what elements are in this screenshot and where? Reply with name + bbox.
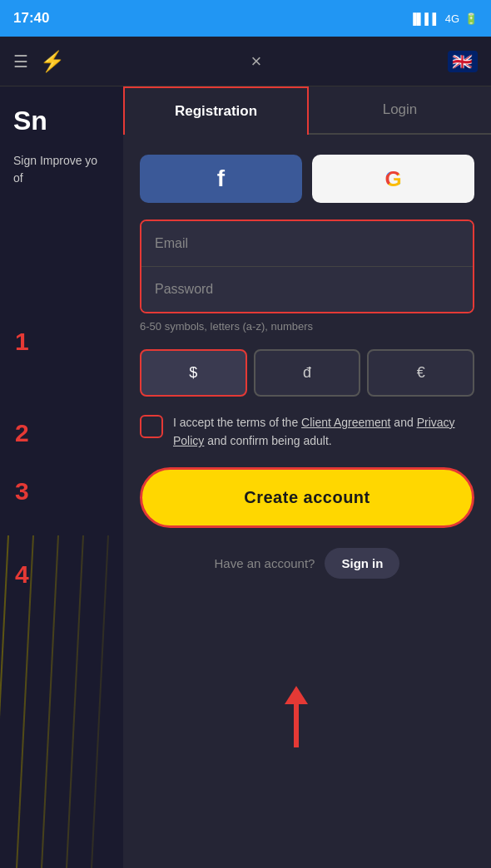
currency-vnd-button[interactable]: đ: [254, 349, 361, 397]
sign-in-button[interactable]: Sign in: [325, 548, 399, 579]
arrow-annotation: [285, 686, 308, 747]
social-buttons: f G: [140, 155, 474, 203]
left-sidebar: Sn Sign Improve yo of 1 2 3 4: [0, 86, 123, 868]
hamburger-icon[interactable]: ☰: [13, 52, 28, 72]
svg-line-1: [17, 535, 33, 868]
signin-row: Have an account? Sign in: [140, 548, 474, 595]
form-panel: Registration Login f G 6-50 sym: [123, 86, 491, 868]
main-area: Sn Sign Improve yo of 1 2 3 4: [0, 86, 491, 868]
tab-login[interactable]: Login: [309, 86, 491, 133]
tab-registration[interactable]: Registration: [123, 86, 309, 135]
network-type: 4G: [445, 12, 459, 25]
decorative-lines: [0, 535, 123, 868]
password-hint: 6-50 symbols, letters (a-z), numbers: [140, 317, 474, 336]
flag-uk[interactable]: 🇬🇧: [448, 51, 478, 72]
step-2: 2: [7, 419, 21, 447]
status-icons: ▐▌▌▌ 4G 🔋: [409, 12, 478, 25]
step-1: 1: [7, 328, 21, 356]
battery-icon: 🔋: [464, 12, 478, 25]
facebook-login-button[interactable]: f: [140, 155, 302, 203]
currency-eur-button[interactable]: €: [367, 349, 474, 397]
arrow-head: [285, 686, 308, 704]
terms-row: I accept the terms of the Client Agreeme…: [140, 413, 474, 451]
credentials-input-group: [140, 219, 474, 313]
form-body: f G 6-50 symbols, letters (a-z), numbers…: [123, 135, 491, 868]
step-3: 3: [7, 477, 21, 506]
sidebar-subtitle: Sign Improve yo of: [13, 152, 110, 187]
arrow-shaft: [294, 704, 299, 747]
client-agreement-link[interactable]: Client Agreement: [301, 416, 390, 429]
svg-line-0: [0, 535, 8, 868]
app-header: ☰ ⚡ × 🇬🇧: [0, 37, 491, 86]
lightning-icon: ⚡: [40, 50, 65, 73]
currency-usd-button[interactable]: $: [140, 349, 247, 397]
close-icon[interactable]: ×: [251, 51, 262, 72]
svg-line-3: [67, 535, 83, 868]
status-time: 17:40: [13, 10, 49, 27]
status-bar: 17:40 ▐▌▌▌ 4G 🔋: [0, 0, 491, 37]
google-g-logo: G: [384, 166, 401, 192]
svg-line-4: [92, 535, 108, 868]
uk-flag-display: 🇬🇧: [448, 51, 478, 72]
header-left: ☰ ⚡: [13, 50, 65, 73]
terms-text: I accept the terms of the Client Agreeme…: [173, 413, 474, 451]
google-login-button[interactable]: G: [312, 155, 474, 203]
sidebar-title: Sn: [13, 106, 110, 136]
password-input[interactable]: [141, 267, 473, 312]
terms-checkbox[interactable]: [140, 415, 163, 438]
have-account-text: Have an account?: [215, 556, 315, 570]
create-account-button[interactable]: Create account: [140, 467, 474, 528]
tabs-row: Registration Login: [123, 86, 491, 135]
currency-row: $ đ €: [140, 349, 474, 397]
svg-line-2: [42, 535, 58, 868]
signal-bars: ▐▌▌▌: [409, 12, 440, 25]
email-input[interactable]: [141, 221, 473, 267]
